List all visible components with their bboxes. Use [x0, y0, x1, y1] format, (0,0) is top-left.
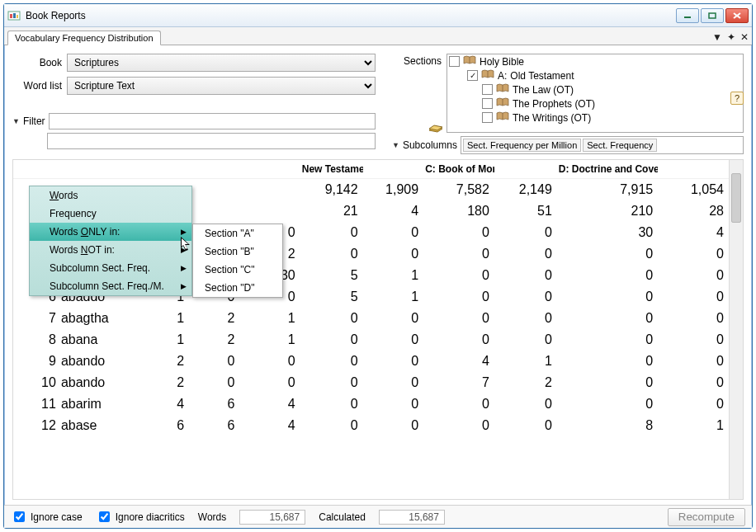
value-cell: 2	[143, 351, 189, 372]
value-cell: 0	[494, 243, 557, 265]
recompute-button[interactable]: Recompute	[668, 508, 745, 526]
value-cell: 0	[423, 243, 494, 265]
column-header[interactable]	[189, 160, 239, 179]
submenu-item[interactable]: Section "B"	[193, 242, 282, 261]
section-label: The Writings (OT)	[513, 112, 591, 124]
column-header[interactable]: D: Doctrine and Covenants	[557, 160, 658, 179]
sections-label: Sections	[392, 54, 442, 67]
checkbox-icon[interactable]	[482, 112, 493, 123]
table-row[interactable]: 9abando200004100	[13, 351, 729, 372]
word-cell: abando	[58, 351, 143, 372]
menu-item[interactable]: Words	[30, 186, 191, 205]
book-stack-icon	[428, 121, 443, 133]
sections-tree[interactable]: Holy Bible✓A:Old TestamentThe Law (OT)Th…	[447, 54, 744, 133]
value-cell: 5	[300, 286, 363, 308]
ignore-case-checkbox[interactable]: Ignore case	[11, 509, 83, 525]
column-header[interactable]	[658, 160, 729, 179]
menu-item[interactable]: Frequency	[30, 205, 191, 223]
checkbox-icon[interactable]	[482, 84, 493, 95]
value-cell: 0	[300, 222, 363, 243]
value-cell: 0	[658, 286, 729, 308]
value-cell: 10	[13, 372, 58, 393]
section-item[interactable]: The Law (OT)	[447, 82, 743, 97]
value-cell: 0	[557, 372, 658, 393]
grid-scrollbar[interactable]	[729, 160, 743, 499]
svg-rect-3	[17, 15, 18, 18]
section-item[interactable]: The Prophets (OT)	[447, 97, 743, 111]
checkbox-icon[interactable]	[482, 98, 493, 109]
wordlist-combo[interactable]: Scripture Text	[67, 77, 376, 95]
filter-input[interactable]	[49, 113, 376, 129]
submenu-item[interactable]: Section "D"	[193, 279, 282, 297]
menu-item[interactable]: Subcolumn Sect. Freq.▶	[30, 259, 191, 277]
column-header[interactable]	[143, 160, 189, 179]
minimize-button[interactable]	[676, 8, 699, 23]
subcolumns-collapse-icon[interactable]: ▼	[392, 141, 399, 149]
filter-submenu[interactable]: Section "A"Section "B"Section "C"Section…	[192, 224, 283, 298]
dropdown-icon[interactable]: ▼	[712, 31, 722, 43]
column-header[interactable]	[13, 160, 58, 179]
table-row[interactable]: 11abarim464000000	[13, 393, 729, 415]
section-label: Old Testament	[510, 70, 574, 82]
value-cell: 0	[300, 308, 363, 329]
column-header[interactable]	[363, 160, 423, 179]
value-cell: 0	[189, 351, 239, 372]
pin-icon[interactable]: ✦	[727, 31, 735, 43]
ignore-diacritics-checkbox[interactable]: Ignore diacritics	[96, 509, 185, 525]
section-item[interactable]: ✓A:Old Testament	[447, 68, 743, 82]
value-cell: 0	[658, 243, 729, 265]
menu-item[interactable]: Words ONLY in:▶	[30, 223, 191, 241]
value-cell: 0	[300, 329, 363, 351]
column-header[interactable]	[58, 160, 143, 179]
submenu-arrow-icon: ▶	[181, 228, 187, 236]
help-icon[interactable]: ?	[730, 92, 744, 105]
close-button[interactable]	[725, 8, 749, 23]
submenu-item[interactable]: Section "A"	[193, 224, 282, 242]
section-item[interactable]: Holy Bible	[447, 54, 743, 68]
value-cell: 0	[300, 243, 363, 265]
value-cell	[239, 200, 300, 222]
table-row[interactable]: 8abana121000000	[13, 329, 729, 351]
subcolumns-field[interactable]: Sect. Frequency per Million Sect. Freque…	[461, 136, 744, 154]
book-icon	[481, 69, 494, 82]
column-header[interactable]	[494, 160, 557, 179]
value-cell: 0	[423, 329, 494, 351]
word-cell: abarim	[58, 393, 143, 415]
table-row[interactable]: 12abase664000081	[13, 415, 729, 436]
menu-item[interactable]: Words NOT in:▶	[30, 241, 191, 259]
value-cell: 0	[363, 415, 423, 436]
column-header[interactable]: C: Book of Mormon	[423, 160, 494, 179]
value-cell: 1	[239, 308, 300, 329]
value-cell: 0	[494, 265, 557, 286]
chip-freq-per-million[interactable]: Sect. Frequency per Million	[463, 139, 581, 152]
checkbox-icon[interactable]	[449, 56, 460, 67]
menu-item[interactable]: Subcolumn Sect. Freq./M.▶	[30, 277, 191, 295]
value-cell: 1,909	[363, 179, 423, 201]
table-row[interactable]: 10abando200007200	[13, 372, 729, 393]
chip-sect-frequency[interactable]: Sect. Frequency	[583, 139, 657, 152]
value-cell: 28	[658, 200, 729, 222]
tab-close-icon[interactable]: ✕	[740, 31, 749, 43]
titlebar[interactable]: Book Reports	[4, 4, 752, 27]
word-cell: abando	[58, 372, 143, 393]
table-row[interactable]: 7abagtha121000000	[13, 308, 729, 329]
value-cell: 0	[363, 393, 423, 415]
section-item[interactable]: The Writings (OT)	[447, 111, 743, 125]
checkbox-icon[interactable]: ✓	[467, 70, 478, 81]
book-combo[interactable]: Scriptures	[67, 54, 376, 72]
submenu-item[interactable]: Section "C"	[193, 261, 282, 279]
column-header[interactable]: New Testament	[300, 160, 363, 179]
scrollbar-thumb[interactable]	[731, 173, 741, 223]
section-label: Holy Bible	[480, 56, 524, 68]
book-label: Book	[12, 57, 62, 68]
tab-vocab-freq[interactable]: Vocabulary Frequency Distribution	[7, 31, 161, 45]
value-cell: 0	[300, 415, 363, 436]
filter-collapse-icon[interactable]: ▼	[12, 117, 20, 125]
maximize-button[interactable]	[701, 8, 724, 23]
filter-input-2[interactable]	[47, 133, 376, 149]
value-cell: 0	[494, 329, 557, 351]
filter-context-menu[interactable]: WordsFrequencyWords ONLY in:▶Words NOT i…	[29, 186, 192, 296]
submenu-arrow-icon: ▶	[181, 282, 187, 290]
value-cell: 30	[557, 222, 658, 243]
column-header[interactable]	[239, 160, 300, 179]
